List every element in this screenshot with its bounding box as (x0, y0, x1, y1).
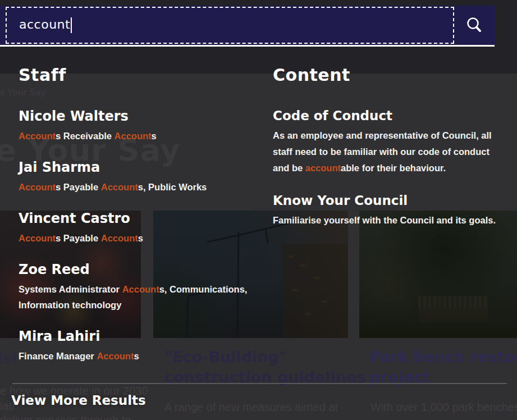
staff-result-meta: Finance Manager Accounts (19, 348, 251, 364)
staff-result-item[interactable]: Zoe Reed Systems Administrator Accounts,… (19, 262, 251, 313)
staff-result-item[interactable]: Nicole Walters Accounts Receivable Accou… (19, 108, 251, 144)
staff-section-heading: Staff (19, 65, 251, 85)
search-results: Staff Nicole Walters Accounts Receivable… (0, 0, 517, 420)
staff-result-item[interactable]: Jai Sharma Accounts Payable Accounts, Pu… (19, 159, 251, 195)
text-cursor (71, 17, 72, 33)
staff-result-name[interactable]: Vincent Castro (19, 211, 251, 226)
staff-result-item[interactable]: Mira Lahiri Finance Manager Accounts (19, 328, 251, 364)
staff-result-meta: Accounts Payable Accounts, Public Works (19, 179, 251, 195)
staff-result-name[interactable]: Nicole Walters (19, 108, 251, 124)
staff-result-meta: Accounts Receivable Accounts (19, 128, 251, 144)
search-overlay-screen: e Your Say e Your Say (0, 0, 517, 420)
content-result-title[interactable]: Code of Conduct (273, 108, 498, 123)
content-result-body: Familiarise yourself with the Council an… (273, 212, 498, 229)
search-bar-underline (0, 45, 495, 47)
search-input[interactable]: account (6, 7, 454, 44)
staff-result-meta: Systems Administrator Accounts, Communic… (19, 281, 251, 313)
magnifier-icon (464, 15, 484, 35)
search-submit-button[interactable] (454, 6, 495, 45)
search-input-value: account (19, 17, 72, 33)
content-section-heading: Content (273, 65, 498, 85)
staff-result-name[interactable]: Jai Sharma (19, 159, 251, 175)
content-result-item[interactable]: Know Your Council Familiarise yourself w… (273, 193, 498, 229)
staff-result-name[interactable]: Zoe Reed (19, 262, 251, 277)
content-result-body: As an employee and representative of Cou… (273, 127, 498, 176)
staff-result-item[interactable]: Vincent Castro Accounts Payable Accounts (19, 211, 251, 246)
content-result-item[interactable]: Code of Conduct As an employee and repre… (273, 108, 498, 176)
content-results-column: Content Code of Conduct As an employee a… (273, 65, 498, 245)
view-more-results-link[interactable]: View More Results (11, 393, 146, 408)
content-result-title[interactable]: Know Your Council (273, 193, 498, 208)
staff-result-name[interactable]: Mira Lahiri (19, 328, 251, 344)
search-bar: account (0, 6, 495, 45)
staff-result-meta: Accounts Payable Accounts (19, 230, 251, 246)
staff-results-column: Staff Nicole Walters Accounts Receivable… (19, 65, 251, 380)
